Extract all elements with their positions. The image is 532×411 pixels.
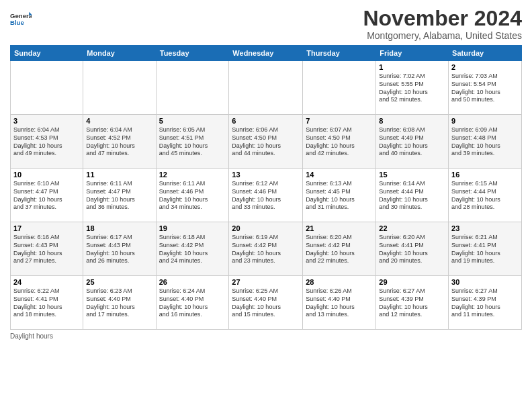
table-cell: 22Sunrise: 6:20 AM Sunset: 4:41 PM Dayli… [376,222,449,276]
day-info: Sunrise: 6:19 AM Sunset: 4:42 PM Dayligh… [232,234,300,265]
day-number: 15 [379,171,445,179]
day-number: 16 [451,171,519,179]
svg-text:General: General [10,12,32,19]
day-info: Sunrise: 6:25 AM Sunset: 4:40 PM Dayligh… [232,287,300,319]
day-number: 21 [306,224,373,232]
day-number: 1 [379,63,445,71]
table-cell: 3Sunrise: 6:04 AM Sunset: 4:53 PM Daylig… [11,115,83,169]
day-info: Sunrise: 6:23 AM Sunset: 4:40 PM Dayligh… [86,287,152,319]
col-wednesday: Wednesday [229,46,303,61]
day-info: Sunrise: 6:24 AM Sunset: 4:40 PM Dayligh… [159,287,226,319]
table-cell: 8Sunrise: 6:08 AM Sunset: 4:49 PM Daylig… [376,115,449,169]
day-number: 22 [379,224,445,232]
daylight-label: Daylight hours [10,332,53,340]
day-number: 26 [159,278,226,286]
col-saturday: Saturday [449,46,522,61]
day-number: 19 [159,224,226,232]
day-info: Sunrise: 6:20 AM Sunset: 4:41 PM Dayligh… [379,234,445,265]
day-number: 9 [451,117,519,125]
day-number: 7 [306,117,373,125]
table-cell: 29Sunrise: 6:27 AM Sunset: 4:39 PM Dayli… [376,276,449,330]
location-text: Montgomery, Alabama, United States [363,30,522,41]
day-number: 5 [159,117,226,125]
day-number: 10 [13,171,80,179]
day-info: Sunrise: 6:09 AM Sunset: 4:48 PM Dayligh… [451,126,519,158]
day-info: Sunrise: 6:16 AM Sunset: 4:43 PM Dayligh… [13,234,80,265]
table-cell: 23Sunrise: 6:21 AM Sunset: 4:41 PM Dayli… [449,222,522,276]
day-info: Sunrise: 6:18 AM Sunset: 4:42 PM Dayligh… [159,234,226,265]
footer: Daylight hours [10,332,522,340]
table-cell: 16Sunrise: 6:15 AM Sunset: 4:44 PM Dayli… [449,169,522,222]
day-number: 24 [13,278,80,286]
table-cell: 15Sunrise: 6:14 AM Sunset: 4:44 PM Dayli… [376,169,449,222]
day-number: 25 [86,278,152,286]
day-info: Sunrise: 6:13 AM Sunset: 4:45 PM Dayligh… [306,180,373,212]
table-cell: 25Sunrise: 6:23 AM Sunset: 4:40 PM Dayli… [83,276,156,330]
col-tuesday: Tuesday [156,46,229,61]
title-block: November 2024 Montgomery, Alabama, Unite… [363,7,522,41]
day-info: Sunrise: 6:05 AM Sunset: 4:51 PM Dayligh… [159,126,226,158]
table-cell [229,61,303,115]
calendar-week-row: 10Sunrise: 6:10 AM Sunset: 4:47 PM Dayli… [11,169,522,222]
table-cell: 19Sunrise: 6:18 AM Sunset: 4:42 PM Dayli… [156,222,229,276]
calendar-week-row: 24Sunrise: 6:22 AM Sunset: 4:41 PM Dayli… [11,276,522,330]
day-number: 12 [159,171,226,179]
table-cell: 9Sunrise: 6:09 AM Sunset: 4:48 PM Daylig… [449,115,522,169]
calendar-header-row: Sunday Monday Tuesday Wednesday Thursday… [11,46,522,61]
table-cell: 7Sunrise: 6:07 AM Sunset: 4:50 PM Daylig… [303,115,376,169]
table-cell: 5Sunrise: 6:05 AM Sunset: 4:51 PM Daylig… [156,115,229,169]
svg-text:Blue: Blue [10,19,24,26]
day-number: 8 [379,117,445,125]
day-info: Sunrise: 6:04 AM Sunset: 4:53 PM Dayligh… [13,126,80,158]
day-info: Sunrise: 6:14 AM Sunset: 4:44 PM Dayligh… [379,180,445,212]
day-info: Sunrise: 6:12 AM Sunset: 4:46 PM Dayligh… [232,180,300,212]
day-number: 30 [451,278,519,286]
table-cell: 14Sunrise: 6:13 AM Sunset: 4:45 PM Dayli… [303,169,376,222]
day-number: 29 [379,278,445,286]
table-cell: 20Sunrise: 6:19 AM Sunset: 4:42 PM Dayli… [229,222,303,276]
table-cell: 10Sunrise: 6:10 AM Sunset: 4:47 PM Dayli… [11,169,83,222]
day-number: 28 [306,278,373,286]
table-cell: 13Sunrise: 6:12 AM Sunset: 4:46 PM Dayli… [229,169,303,222]
calendar-week-row: 1Sunrise: 7:02 AM Sunset: 5:55 PM Daylig… [11,61,522,115]
table-cell [303,61,376,115]
table-cell: 2Sunrise: 7:03 AM Sunset: 5:54 PM Daylig… [449,61,522,115]
day-number: 3 [13,117,80,125]
day-info: Sunrise: 6:21 AM Sunset: 4:41 PM Dayligh… [451,234,519,265]
table-cell: 28Sunrise: 6:26 AM Sunset: 4:40 PM Dayli… [303,276,376,330]
day-number: 11 [86,171,152,179]
day-number: 17 [13,224,80,232]
day-info: Sunrise: 6:11 AM Sunset: 4:47 PM Dayligh… [86,180,152,212]
day-info: Sunrise: 6:17 AM Sunset: 4:43 PM Dayligh… [86,234,152,265]
day-info: Sunrise: 6:11 AM Sunset: 4:46 PM Dayligh… [159,180,226,212]
table-cell [83,61,156,115]
day-info: Sunrise: 6:08 AM Sunset: 4:49 PM Dayligh… [379,126,445,158]
table-cell: 30Sunrise: 6:27 AM Sunset: 4:39 PM Dayli… [449,276,522,330]
table-cell: 26Sunrise: 6:24 AM Sunset: 4:40 PM Dayli… [156,276,229,330]
col-sunday: Sunday [11,46,83,61]
day-info: Sunrise: 6:20 AM Sunset: 4:42 PM Dayligh… [306,234,373,265]
day-info: Sunrise: 6:22 AM Sunset: 4:41 PM Dayligh… [13,287,80,319]
day-info: Sunrise: 6:06 AM Sunset: 4:50 PM Dayligh… [232,126,300,158]
col-friday: Friday [376,46,449,61]
table-cell: 21Sunrise: 6:20 AM Sunset: 4:42 PM Dayli… [303,222,376,276]
day-info: Sunrise: 6:10 AM Sunset: 4:47 PM Dayligh… [13,180,80,212]
day-info: Sunrise: 6:07 AM Sunset: 4:50 PM Dayligh… [306,126,373,158]
day-number: 20 [232,224,300,232]
table-cell: 6Sunrise: 6:06 AM Sunset: 4:50 PM Daylig… [229,115,303,169]
table-cell [156,61,229,115]
day-number: 4 [86,117,152,125]
day-number: 27 [232,278,300,286]
day-info: Sunrise: 6:04 AM Sunset: 4:52 PM Dayligh… [86,126,152,158]
page-header: General Blue November 2024 Montgomery, A… [10,7,522,41]
calendar-week-row: 17Sunrise: 6:16 AM Sunset: 4:43 PM Dayli… [11,222,522,276]
day-info: Sunrise: 7:03 AM Sunset: 5:54 PM Dayligh… [451,73,519,104]
day-number: 18 [86,224,152,232]
table-cell: 18Sunrise: 6:17 AM Sunset: 4:43 PM Dayli… [83,222,156,276]
table-cell: 1Sunrise: 7:02 AM Sunset: 5:55 PM Daylig… [376,61,449,115]
day-number: 13 [232,171,300,179]
table-cell [11,61,83,115]
col-monday: Monday [83,46,156,61]
day-info: Sunrise: 7:02 AM Sunset: 5:55 PM Dayligh… [379,73,445,104]
table-cell: 27Sunrise: 6:25 AM Sunset: 4:40 PM Dayli… [229,276,303,330]
